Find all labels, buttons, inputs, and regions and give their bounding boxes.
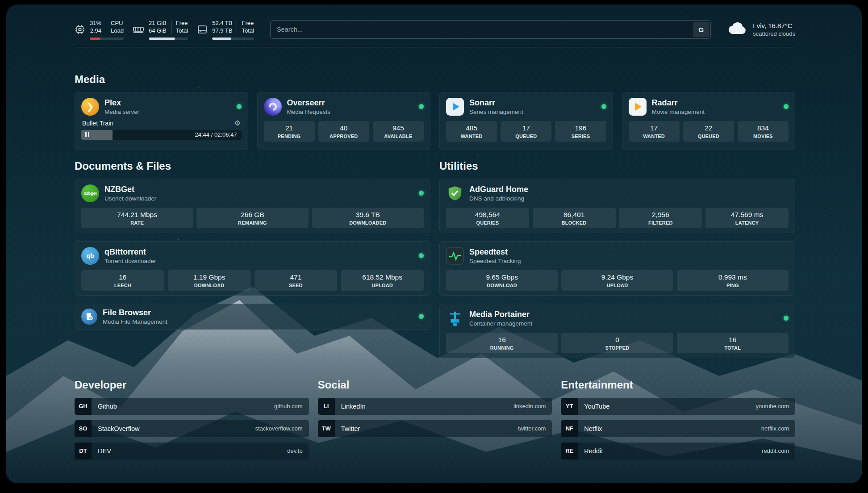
cpu-widget: 31% 2.94 CPU Load bbox=[75, 20, 124, 40]
service-card-filebrowser[interactable]: File Browser Media File Management bbox=[75, 304, 430, 330]
app-description: Series management bbox=[469, 109, 523, 115]
memory-icon bbox=[133, 24, 144, 35]
disk-icon bbox=[197, 24, 208, 35]
bookmark-url: netflix.com bbox=[761, 425, 789, 432]
stat-download: 1.19 GbpsDOWNLOAD bbox=[168, 270, 251, 291]
search-engine-button[interactable]: G bbox=[693, 22, 709, 37]
app-name: Overseerr bbox=[287, 98, 331, 108]
app-description: Torrent downloader bbox=[104, 258, 156, 264]
now-playing-title: Bullet Train bbox=[82, 120, 113, 127]
service-card-nzbget[interactable]: nzbget NZBGet Usenet downloader 744.21 M… bbox=[75, 179, 430, 233]
portainer-icon bbox=[446, 309, 464, 327]
search-input[interactable] bbox=[270, 20, 711, 39]
cpu-load-value: 2.94 bbox=[90, 27, 101, 35]
bookmark-group-entertainment: Entertainment YT YouTube youtube.com NF … bbox=[561, 379, 795, 465]
stat-pending: 21PENDING bbox=[264, 121, 315, 142]
status-online-dot bbox=[419, 253, 424, 258]
memory-usage-bar bbox=[149, 38, 188, 40]
divider bbox=[171, 21, 171, 34]
service-card-qbittorrent[interactable]: qb qBittorrent Torrent downloader 16LEEC… bbox=[75, 241, 430, 296]
bookmark-name: DEV bbox=[98, 447, 111, 455]
bookmark-github[interactable]: GH Github github.com bbox=[75, 398, 309, 415]
app-name: File Browser bbox=[103, 308, 167, 318]
top-bar: 31% 2.94 CPU Load bbox=[75, 4, 795, 40]
cpu-usage-bar bbox=[90, 38, 124, 40]
cpu-label: CPU bbox=[111, 20, 124, 27]
bookmark-name: Github bbox=[98, 403, 117, 410]
weather-condition: scattered clouds bbox=[753, 30, 795, 37]
stat-series: 196SERIES bbox=[555, 121, 606, 142]
filebrowser-icon bbox=[81, 309, 97, 325]
disk-usage-bar bbox=[212, 38, 254, 40]
bookmark-netflix[interactable]: NF Netflix netflix.com bbox=[561, 420, 795, 437]
settings-gear-icon[interactable]: ⚙ bbox=[234, 120, 240, 127]
nzbget-icon: nzbget bbox=[81, 184, 99, 202]
stat-download: 9.65 GbpsDOWNLOAD bbox=[446, 270, 558, 291]
stat-running: 16RUNNING bbox=[446, 333, 558, 353]
dashboard: 31% 2.94 CPU Load bbox=[6, 4, 862, 483]
bookmark-url: youtube.com bbox=[756, 403, 789, 409]
stat-latency: 47.569 msLATENCY bbox=[705, 208, 789, 228]
netflix-icon: NF bbox=[561, 420, 578, 437]
speedtest-icon bbox=[446, 247, 464, 265]
bookmark-name: Netflix bbox=[584, 425, 602, 432]
section-media: Media ❯ Plex Media server Bullet Train ⚙ bbox=[75, 73, 795, 150]
stat-queued: 17QUEUED bbox=[501, 121, 551, 142]
service-card-sonarr[interactable]: Sonarr Series management 485WANTED 17QUE… bbox=[439, 92, 613, 150]
app-description: Container management bbox=[469, 320, 532, 327]
weather-widget: Lviv, 16.87°C scattered clouds bbox=[727, 21, 795, 38]
section-title-documents: Documents & Files bbox=[75, 160, 430, 172]
memory-total-label: Total bbox=[176, 27, 188, 35]
weather-location-temp: Lviv, 16.87°C bbox=[753, 22, 795, 29]
cpu-icon bbox=[75, 24, 85, 35]
bookmark-dev[interactable]: DT DEV dev.to bbox=[75, 443, 309, 460]
app-name: Speedtest bbox=[469, 247, 521, 257]
twitter-icon: TW bbox=[318, 420, 335, 437]
stat-rate: 744.21 MbpsRATE bbox=[81, 208, 193, 228]
stat-stopped: 0STOPPED bbox=[561, 333, 673, 353]
bookmark-url: stackoverflow.com bbox=[255, 425, 302, 432]
disk-free-label: Free bbox=[242, 20, 254, 27]
app-description: Media server bbox=[104, 109, 139, 115]
bookmark-url: reddit.com bbox=[762, 447, 789, 454]
status-online-dot bbox=[784, 316, 789, 321]
stat-downloaded: 39.6 TBDOWNLOADED bbox=[312, 208, 424, 228]
status-online-dot bbox=[419, 191, 424, 196]
memory-widget: 21 GiB 64 GiB Free Total bbox=[133, 20, 188, 40]
bookmark-reddit[interactable]: RE Reddit reddit.com bbox=[561, 443, 795, 460]
playback-progress-bar[interactable]: 24:44 / 02:06:47 bbox=[81, 130, 242, 140]
bookmark-stackoverflow[interactable]: SO StackOverflow stackoverflow.com bbox=[75, 420, 309, 437]
overseerr-icon bbox=[264, 98, 282, 116]
section-title-entertainment: Entertainment bbox=[561, 379, 795, 391]
stat-available: 945AVAILABLE bbox=[373, 121, 424, 142]
disk-total-label: Total bbox=[242, 27, 254, 35]
bookmark-url: github.com bbox=[274, 403, 303, 409]
radarr-icon bbox=[629, 98, 647, 116]
app-description: DNS and adblocking bbox=[469, 195, 528, 202]
app-name: Media Portainer bbox=[469, 310, 532, 319]
stat-upload: 618.52 MbpsUPLOAD bbox=[341, 270, 424, 291]
service-card-radarr[interactable]: Radarr Movie management 17WANTED 22QUEUE… bbox=[622, 92, 796, 150]
service-card-speedtest[interactable]: Speedtest Speedtest Tracking 9.65 GbpsDO… bbox=[439, 241, 795, 296]
bookmark-youtube[interactable]: YT YouTube youtube.com bbox=[561, 398, 795, 415]
section-title-developer: Developer bbox=[75, 379, 309, 391]
cpu-usage-percent: 31% bbox=[90, 20, 101, 27]
service-card-overseerr[interactable]: Overseerr Media Requests 21PENDING 40APP… bbox=[257, 92, 431, 150]
service-card-plex[interactable]: ❯ Plex Media server Bullet Train ⚙ bbox=[75, 92, 248, 150]
divider bbox=[106, 21, 106, 34]
stat-queries: 498,564QUERIES bbox=[446, 208, 529, 228]
bookmark-group-social: Social LI LinkedIn linkedin.com TW Twitt… bbox=[318, 379, 552, 465]
section-title-social: Social bbox=[318, 379, 552, 391]
bookmark-twitter[interactable]: TW Twitter twitter.com bbox=[318, 420, 552, 437]
pause-icon[interactable] bbox=[85, 132, 89, 137]
stat-upload: 9.24 GbpsUPLOAD bbox=[561, 270, 673, 291]
stat-filtered: 2,956FILTERED bbox=[619, 208, 702, 228]
memory-total-value: 64 GiB bbox=[149, 27, 167, 35]
dev-icon: DT bbox=[75, 443, 92, 460]
service-card-adguard[interactable]: AdGuard Home DNS and adblocking 498,564Q… bbox=[439, 179, 795, 233]
bookmark-url: linkedin.com bbox=[513, 403, 546, 409]
stat-blocked: 86,401BLOCKED bbox=[533, 208, 616, 228]
bookmark-linkedin[interactable]: LI LinkedIn linkedin.com bbox=[318, 398, 552, 415]
service-card-portainer[interactable]: Media Portainer Container management 16R… bbox=[439, 304, 795, 358]
app-name: Radarr bbox=[652, 98, 705, 108]
